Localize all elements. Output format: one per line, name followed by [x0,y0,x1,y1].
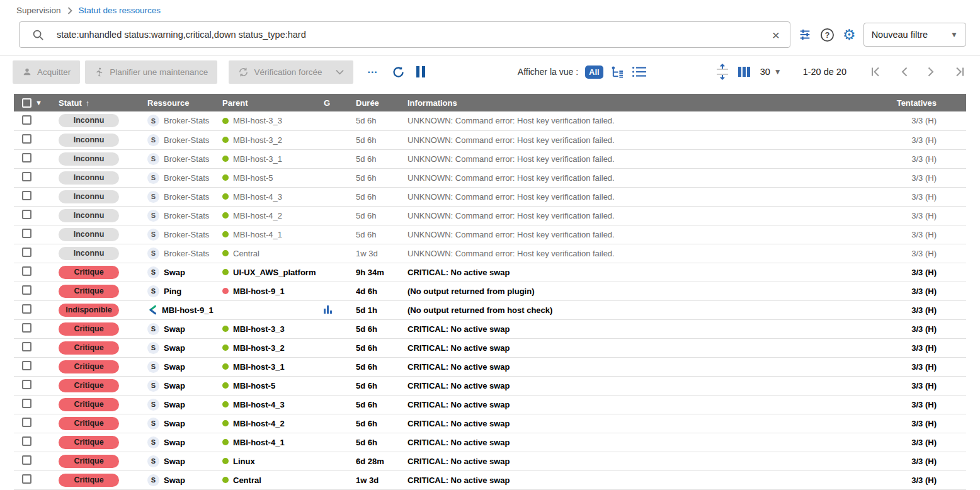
row-checkbox[interactable] [22,172,31,181]
resource-row[interactable]: InconnuSBroker-StatsMBI-host-4_15d 6hUNK… [14,225,966,244]
resource-row[interactable]: InconnuSBroker-StatsMBI-host-3_35d 6hUNK… [14,111,966,130]
tries-value: 3/3 (H) [891,414,966,433]
resource-row[interactable]: InconnuSBroker-StatsMBI-host-4_25d 6hUNK… [14,206,966,225]
tries-value: 3/3 (H) [891,319,966,338]
row-checkbox[interactable] [22,115,31,125]
view-all-button[interactable]: All [585,66,603,79]
parent-status-dot [222,193,229,200]
chevron-down-icon[interactable] [336,69,344,75]
forced-check-button[interactable]: Vérification forcée [229,60,353,84]
row-checkbox[interactable] [22,266,31,276]
status-badge: Inconnu [59,152,119,166]
resource-row[interactable]: InconnuSBroker-StatsMBI-host-3_15d 6hUNK… [14,149,966,168]
parent-status-dot [222,326,229,332]
resource-row[interactable]: CritiqueSSwapCentral1w 3dCRITICAL: No ac… [14,470,966,489]
help-icon[interactable]: ? [820,28,835,42]
row-checkbox[interactable] [22,361,31,370]
resource-row[interactable]: CritiqueSSwapMBI-host-3_25d 6hCRITICAL: … [14,338,966,357]
breadcrumb-supervision[interactable]: Supervision [16,6,61,15]
search-input[interactable] [57,30,770,40]
resource-row[interactable]: CritiqueSPingMBI-host-9_14d 6h(No output… [14,282,966,300]
row-checkbox[interactable] [22,380,31,389]
select-all-caret-icon[interactable]: ▼ [35,99,42,106]
row-checkbox[interactable] [22,153,31,162]
row-checkbox[interactable] [22,418,31,427]
resource-row[interactable]: CritiqueSSwapMBI-host-3_35d 6hCRITICAL: … [14,319,966,338]
tries-value: 3/3 (H) [891,338,966,357]
row-checkbox[interactable] [22,134,31,144]
clear-search-icon[interactable]: × [770,28,782,42]
header-information[interactable]: Informations [407,94,891,111]
pause-icon[interactable] [416,66,425,77]
breadcrumb-resource-status[interactable]: Statut des ressources [79,6,161,15]
saved-filter-select[interactable]: Nouveau filtre ▼ [863,23,966,47]
tries-value: 3/3 (H) [891,470,966,489]
edit-columns-icon[interactable] [738,67,750,77]
row-checkbox[interactable] [22,455,31,465]
row-checkbox[interactable] [22,399,31,408]
tune-filters-icon[interactable] [798,28,812,42]
row-checkbox[interactable] [22,210,31,219]
resource-row[interactable]: CritiqueSSwapMBI-host-55d 6hCRITICAL: No… [14,376,966,395]
row-checkbox[interactable] [22,304,31,314]
resource-row[interactable]: InconnuSBroker-StatsMBI-host-3_25d 6hUNK… [14,130,966,149]
header-graph[interactable]: G [324,94,356,111]
row-checkbox[interactable] [22,342,31,351]
row-checkbox[interactable] [22,474,31,484]
service-icon: S [147,285,159,297]
header-status[interactable]: Statut↑ [54,94,147,111]
acknowledge-button[interactable]: Acquitter [13,60,80,84]
row-checkbox[interactable] [22,436,31,446]
next-page-button[interactable] [918,67,944,77]
row-checkbox[interactable] [22,323,31,333]
set-downtime-button[interactable]: Planifier une maintenance [85,60,217,84]
resource-row[interactable]: InconnuSBroker-StatsCentral1w 3dUNKNOWN:… [14,244,966,263]
resource-row[interactable]: CritiqueSSwapUI-UX_AWS_platform9h 34mCRI… [14,263,966,282]
header-tries[interactable]: Tentatives [891,94,966,111]
first-page-button[interactable] [862,67,891,77]
resource-row[interactable]: CritiqueSSwapLinux6d 28mCRITICAL: No act… [14,452,966,470]
page-size-select[interactable]: 30 ▼ [760,67,782,77]
resource-row[interactable]: CritiqueSSwapMBI-host-3_15d 6hCRITICAL: … [14,357,966,376]
resource-row[interactable]: IndisponibleMBI-host-9_15d 1h(No output … [14,300,966,319]
select-all-checkbox[interactable] [22,98,31,108]
header-parent[interactable]: Parent [222,94,324,111]
refresh-icon[interactable] [392,66,405,79]
resource-row[interactable]: CritiqueSSwapMBI-host-4_15d 6hCRITICAL: … [14,433,966,452]
parent-status-dot [222,231,229,237]
row-checkbox[interactable] [22,285,31,295]
more-actions-button[interactable]: ... [367,64,377,76]
information-text: CRITICAL: No active swap [407,433,891,452]
parent-status-dot [222,401,229,407]
service-icon: S [147,455,159,467]
row-checkbox[interactable] [22,248,31,257]
tries-value: 3/3 (H) [891,244,966,263]
resource-row[interactable]: InconnuSBroker-StatsMBI-host-4_35d 6hUNK… [14,187,966,206]
information-text: UNKNOWN: Command error: Host key verific… [407,168,891,187]
resource-name: Broker-Stats [164,116,209,125]
graph-icon[interactable] [324,305,332,314]
tries-value: 3/3 (H) [891,206,966,225]
list-view-icon[interactable] [632,66,647,78]
tries-value: 3/3 (H) [891,130,966,149]
resource-row[interactable]: CritiqueSSwapMBI-host-4_25d 6hCRITICAL: … [14,414,966,433]
resource-row[interactable]: CritiqueSSwapMBI-host-4_35d 6hCRITICAL: … [14,395,966,414]
search-box[interactable]: × [19,21,790,48]
status-badge: Inconnu [59,114,119,127]
resource-name: Swap [164,324,185,334]
service-icon: S [147,172,159,184]
tree-view-icon[interactable] [610,66,625,79]
header-resource[interactable]: Ressource [147,94,222,111]
header-duration[interactable]: Durée [356,94,407,111]
row-density-icon[interactable] [715,64,729,80]
row-checkbox[interactable] [22,191,31,200]
previous-page-button[interactable] [891,67,918,77]
service-icon: S [147,361,159,373]
duration-value: 5d 6h [356,319,407,338]
last-page-button[interactable] [944,67,966,77]
resource-row[interactable]: InconnuSBroker-StatsMBI-host-55d 6hUNKNO… [14,168,966,187]
tries-value: 3/3 (H) [891,187,966,206]
parent-status-dot [222,212,229,219]
row-checkbox[interactable] [22,229,31,238]
settings-gear-icon[interactable]: ⚙ [843,28,856,42]
